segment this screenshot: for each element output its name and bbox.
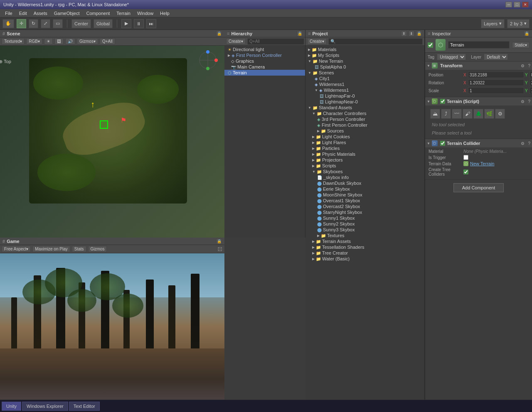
menu-window[interactable]: Window xyxy=(134,10,157,17)
hierarchy-item-main-camera[interactable]: 📷 Main Camera xyxy=(224,64,305,70)
menu-assets[interactable]: Assets xyxy=(30,10,51,17)
project-item-projectors[interactable]: ▶ 📁 Projectors xyxy=(305,157,424,163)
project-item-dawndusk-skybox[interactable]: ⬤ DawnDusk Skybox xyxy=(305,180,424,186)
project-item-lightmap-far[interactable]: 🖼 LightmapFar-0 xyxy=(305,93,424,99)
sun-icon-btn[interactable]: ☀ xyxy=(44,38,53,44)
project-item-sunny2-skybox[interactable]: ⬤ Sunny2 Skybox xyxy=(305,221,424,227)
stats-btn[interactable]: Stats xyxy=(72,246,86,252)
project-search-input[interactable] xyxy=(328,38,423,45)
project-item-my-scripts[interactable]: ▶ 📁 My Scripts xyxy=(305,52,424,58)
maximize-button[interactable]: □ xyxy=(514,2,520,7)
create-tree-colliders-checkbox[interactable] xyxy=(463,169,468,174)
layer-select[interactable]: Default xyxy=(484,54,508,60)
gizmos-btn[interactable]: Gizmos▾ xyxy=(77,38,98,44)
audio-btn[interactable]: 🔊 xyxy=(65,38,75,44)
project-panel-btn1[interactable]: ⬆ xyxy=(401,31,407,37)
project-item-particles[interactable]: ▶ 📁 Particles xyxy=(305,145,424,151)
free-aspect-dropdown[interactable]: Free Aspect▾ xyxy=(2,246,31,252)
object-name-input[interactable] xyxy=(448,41,510,49)
tag-select[interactable]: Untagged xyxy=(437,54,466,60)
project-item-character-controllers[interactable]: ▼ 📁 Character Controllers xyxy=(305,110,424,116)
project-item-skybox-info[interactable]: 📄 _skybox info xyxy=(305,174,424,180)
project-item-eerie-skybox[interactable]: ⬤ Eerie Skybox xyxy=(305,186,424,192)
project-item-sources[interactable]: ▶ 📁 Sources xyxy=(305,128,424,134)
project-panel-btn2[interactable]: ⬇ xyxy=(409,31,414,37)
project-item-splat-alpha[interactable]: 🖼 SplatAlpha 0 xyxy=(305,64,424,70)
global-button[interactable]: Global xyxy=(94,19,113,28)
minimize-button[interactable]: ─ xyxy=(505,2,512,7)
hierarchy-item-directional-light[interactable]: ☀ Directional light xyxy=(224,47,305,52)
project-item-materials[interactable]: ▶ 📁 Materials xyxy=(305,47,424,52)
layout-dropdown[interactable]: 2 by 3 ▾ xyxy=(507,19,530,28)
terrain-paint-detail-btn[interactable]: 🌿 xyxy=(484,109,494,119)
terrain-collider-info[interactable]: ? xyxy=(528,141,530,146)
hierarchy-search-input[interactable] xyxy=(247,38,304,45)
scene-panel-lock[interactable]: 🔒 xyxy=(216,31,222,37)
project-item-tree-creator[interactable]: ▶ 📁 Tree Creator xyxy=(305,250,424,256)
project-item-new-terrain[interactable]: ▼ 📁 New Terrain xyxy=(305,58,424,64)
terrain-collider-header[interactable]: ▼ ⬡ Terrain Collider ⚙ ? xyxy=(425,139,532,147)
terrain-data-link[interactable]: New Terrain xyxy=(470,161,495,166)
rect-tool-button[interactable]: ▭ xyxy=(53,19,63,28)
project-item-terrain-assets[interactable]: ▶ 📁 Terrain Assets xyxy=(305,238,424,244)
project-item-skyboxes[interactable]: ▼ 📁 Skyboxes xyxy=(305,169,424,174)
project-item-scenes[interactable]: ▼ 📁 Scenes xyxy=(305,70,424,76)
project-item-moonshine-skybox[interactable]: ⬤ MoonShine Skybox xyxy=(305,192,424,198)
terrain-paint-texture-btn[interactable]: 🖌 xyxy=(463,109,473,119)
rotate-tool-button[interactable]: ↻ xyxy=(29,19,38,28)
hierarchy-item-terrain[interactable]: ⬡ Terrain xyxy=(224,70,305,76)
scene-canvas[interactable]: ⚑ ↑ Z X Y xyxy=(0,46,224,238)
terrain-script-header[interactable]: ▼ ⬡ Terrain (Script) ⚙ ? xyxy=(425,97,532,105)
center-button[interactable]: Center xyxy=(71,19,91,28)
step-button[interactable]: ⏭ xyxy=(146,19,156,28)
menu-gameobject[interactable]: GameObject xyxy=(51,10,83,17)
menu-component[interactable]: Component xyxy=(83,10,113,17)
project-item-scripts[interactable]: ▶ 📁 Scripts xyxy=(305,163,424,169)
transform-header[interactable]: ▼ ⊞ Transform ⚙ ? xyxy=(425,61,532,70)
static-button[interactable]: Static▾ xyxy=(512,42,530,48)
menu-help[interactable]: Help xyxy=(157,10,173,17)
taskbar-item-3[interactable]: Text Editor xyxy=(69,402,100,411)
hierarchy-item-first-person-controller[interactable]: ▶ ◈ First Person Controller xyxy=(224,52,305,58)
terrain-script-info[interactable]: ? xyxy=(528,99,530,104)
project-item-sunny1-skybox[interactable]: ⬤ Sunny1 Skybox xyxy=(305,215,424,221)
menu-edit[interactable]: Edit xyxy=(16,10,30,17)
project-item-wilderness1-a[interactable]: ◈ Wilderness1 xyxy=(305,81,424,87)
textured-dropdown[interactable]: Textured▾ xyxy=(2,38,25,44)
project-item-standard-assets[interactable]: ▼ 📁 Standard Assets xyxy=(305,105,424,110)
hierarchy-item-graphics[interactable]: ◇ Graphics xyxy=(224,58,305,64)
project-item-starrynight-skybox[interactable]: ⬤ StarryNight Skybox xyxy=(305,209,424,215)
taskbar-unity[interactable]: Unity xyxy=(2,402,21,411)
rgb-dropdown[interactable]: RGB▾ xyxy=(26,38,42,44)
project-lock[interactable]: 🔒 xyxy=(416,31,422,37)
rotation-x-input[interactable] xyxy=(468,79,524,86)
play-button[interactable]: ▶ xyxy=(121,19,131,28)
terrain-settings-btn[interactable]: ⚙ xyxy=(495,109,505,119)
close-button[interactable]: ✕ xyxy=(522,2,529,7)
project-item-sunny3-skybox[interactable]: ⬤ Sunny3 Skybox xyxy=(305,227,424,233)
rotation-y-input[interactable] xyxy=(530,79,532,86)
terrain-collider-enabled[interactable] xyxy=(440,141,445,146)
maximize-play-btn[interactable]: Maximize on Play xyxy=(32,246,70,252)
project-item-overcast1-skybox[interactable]: ⬤ Overcast1 Skybox xyxy=(305,198,424,204)
terrain-raise-btn[interactable]: ⛰ xyxy=(430,109,440,119)
game-panel-lock[interactable]: 🔒 xyxy=(216,238,222,244)
pause-button[interactable]: ⏸ xyxy=(134,19,144,28)
image-btn[interactable]: 🖼 xyxy=(54,38,64,44)
project-item-overcast2-skybox[interactable]: ⬤ Overcast2 Skybox xyxy=(305,204,424,209)
is-trigger-checkbox[interactable] xyxy=(463,155,468,160)
scene-search-btn[interactable]: Q+All xyxy=(100,38,115,44)
terrain-place-trees-btn[interactable]: 🌲 xyxy=(473,109,483,119)
terrain-collider-settings[interactable]: ⚙ xyxy=(521,141,525,146)
terrain-smooth-btn[interactable]: 〰 xyxy=(452,109,462,119)
project-item-water-basic[interactable]: ▶ 📁 Water (Basic) xyxy=(305,256,424,262)
object-active-checkbox[interactable] xyxy=(428,42,433,48)
taskbar-item-2[interactable]: Windows Explorer xyxy=(22,402,68,411)
project-item-textures[interactable]: ▶ 📁 Textures xyxy=(305,233,424,238)
hierarchy-create-btn[interactable]: Create▾ xyxy=(226,38,246,44)
position-y-input[interactable] xyxy=(530,71,532,78)
project-item-first-person-controller-asset[interactable]: ◈ First Person Controller xyxy=(305,122,424,128)
inspector-lock[interactable]: 🔒 xyxy=(524,31,530,37)
project-item-physic-materials[interactable]: ▶ 📁 Physic Materials xyxy=(305,151,424,157)
game-gizmos-btn[interactable]: Gizmos xyxy=(88,246,107,252)
